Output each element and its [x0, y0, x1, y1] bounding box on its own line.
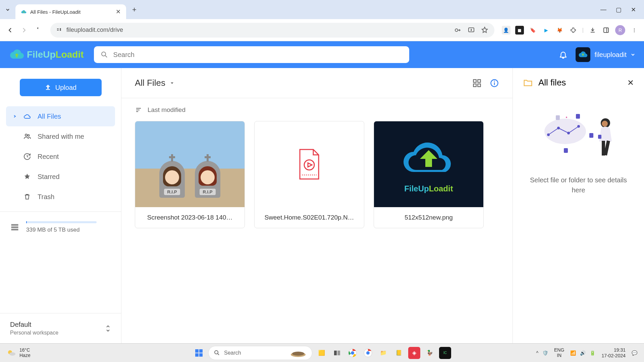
- user-name: fileuploadit: [594, 51, 627, 59]
- details-panel: All files ✕: [513, 68, 644, 343]
- tab-title: All Files - FileUpLoadit: [30, 9, 112, 15]
- user-menu[interactable]: fileuploadit: [576, 47, 635, 62]
- svg-rect-17: [474, 84, 476, 86]
- tray-security-icon[interactable]: 🛡️: [542, 350, 548, 356]
- explorer-icon[interactable]: 📁: [377, 347, 389, 359]
- extensions-menu-icon[interactable]: [569, 26, 578, 35]
- taskbar-search[interactable]: Search: [208, 346, 312, 360]
- svg-rect-0: [57, 28, 59, 29]
- storage-indicator[interactable]: 339 MB of 5 TB used: [0, 212, 121, 243]
- info-icon[interactable]: [490, 78, 499, 88]
- svg-point-2: [60, 28, 61, 29]
- svg-rect-47: [199, 353, 203, 357]
- install-app-icon[interactable]: [468, 26, 475, 34]
- volume-icon[interactable]: 🔊: [580, 350, 586, 356]
- notepad-icon[interactable]: 📒: [393, 347, 405, 359]
- bookmark-star-icon[interactable]: [481, 26, 488, 34]
- upload-button[interactable]: Upload: [20, 79, 102, 96]
- svg-point-31: [577, 125, 580, 128]
- svg-rect-15: [474, 79, 476, 82]
- search-icon: [101, 51, 108, 58]
- sidebar-item-trash[interactable]: Trash: [6, 187, 115, 207]
- cloud-upload-icon: [9, 47, 25, 63]
- notification-center-icon[interactable]: 💬: [632, 350, 637, 356]
- taskbar-app-icon[interactable]: 🟨: [316, 347, 328, 359]
- tray-chevron-icon[interactable]: ^: [536, 350, 538, 356]
- language-indicator[interactable]: ENGIN: [554, 348, 564, 358]
- grid-view-icon[interactable]: [472, 78, 482, 88]
- search-input[interactable]: [113, 51, 402, 59]
- battery-icon[interactable]: 🔋: [590, 350, 595, 356]
- wifi-icon[interactable]: 📶: [570, 350, 576, 356]
- extension-icon[interactable]: ◼: [515, 26, 524, 35]
- taskbar-app-icon[interactable]: 🦆: [424, 347, 436, 359]
- sidebar-item-shared[interactable]: Shared with me: [6, 126, 115, 146]
- maximize-icon[interactable]: ▢: [616, 6, 622, 13]
- extension-icon[interactable]: 🦊: [555, 26, 564, 35]
- weather-widget[interactable]: 16°C Haze: [7, 348, 31, 358]
- file-card[interactable]: FileUpLoadit 512x512new.png: [374, 121, 484, 228]
- url-text: fileuploadit.com/drive: [66, 26, 450, 34]
- svg-rect-12: [11, 224, 18, 226]
- file-name: Screenshot 2023-06-18 140…: [135, 207, 245, 228]
- minimize-icon[interactable]: —: [600, 6, 606, 13]
- clock[interactable]: 19:3117-02-2024: [601, 347, 626, 359]
- sort-icon: [135, 106, 142, 114]
- chevron-down-icon: [631, 52, 635, 57]
- extension-icon[interactable]: 🔖: [529, 26, 537, 35]
- browser-tab[interactable]: All Files - FileUpLoadit ✕: [15, 4, 126, 19]
- content-header: All Files: [121, 68, 513, 98]
- details-illustration: [523, 101, 634, 165]
- password-key-icon[interactable]: [454, 26, 462, 34]
- file-grid: R.I.P R.I.P Screenshot 2023-06-18 140…: [121, 119, 513, 230]
- profile-avatar[interactable]: R: [615, 25, 625, 35]
- side-panel-icon[interactable]: [602, 26, 610, 35]
- breadcrumb-label: All Files: [135, 78, 165, 88]
- svg-rect-52: [334, 351, 337, 355]
- tab-search-button[interactable]: [3, 5, 12, 14]
- forward-button[interactable]: [19, 25, 29, 35]
- svg-rect-33: [576, 114, 580, 119]
- file-thumbnail: R.I.P R.I.P: [135, 121, 245, 207]
- sidebar-item-recent[interactable]: Recent: [6, 146, 115, 167]
- chrome-icon[interactable]: [362, 347, 374, 359]
- back-button[interactable]: [5, 25, 15, 35]
- logo-text: FileUpLoadit: [27, 49, 84, 60]
- workspace-title: Default: [10, 321, 58, 328]
- tab-close-icon[interactable]: ✕: [116, 8, 121, 15]
- task-view-icon[interactable]: [331, 347, 343, 359]
- storage-progress: [26, 221, 97, 223]
- sidebar-item-all-files[interactable]: All Files: [6, 106, 115, 126]
- close-window-icon[interactable]: ✕: [631, 6, 636, 13]
- chevron-right-icon: [13, 115, 17, 118]
- taskbar-app-icon[interactable]: IC: [439, 347, 451, 359]
- search-box[interactable]: [94, 46, 409, 63]
- file-card[interactable]: R.I.P R.I.P Screenshot 2023-06-18 140…: [135, 121, 245, 228]
- close-panel-icon[interactable]: ✕: [627, 78, 634, 87]
- address-bar[interactable]: fileuploadit.com/drive: [50, 23, 494, 38]
- taskbar: 16°C Haze Search 🟨 📁 📒 ◈ 🦆 IC ^ 🛡️ ENGIN…: [0, 343, 644, 362]
- extension-icon[interactable]: 👤: [502, 26, 511, 35]
- tab-favicon-icon: [21, 9, 27, 15]
- chrome-icon[interactable]: [346, 347, 359, 359]
- app-logo[interactable]: FileUpLoadit: [9, 47, 84, 63]
- downloads-icon[interactable]: [588, 26, 597, 35]
- window-controls: — ▢ ✕: [600, 6, 641, 13]
- site-settings-icon[interactable]: [56, 27, 62, 33]
- start-button[interactable]: [193, 347, 205, 359]
- taskbar-app-icon[interactable]: ◈: [408, 347, 420, 359]
- svg-point-21: [494, 80, 495, 81]
- browser-menu-icon[interactable]: ⋮: [630, 26, 639, 35]
- sidebar: Upload All Files Shared with me Recent: [0, 68, 121, 343]
- new-tab-button[interactable]: +: [132, 5, 137, 14]
- sort-row[interactable]: Last modified: [121, 98, 513, 119]
- notifications-icon[interactable]: [559, 50, 568, 59]
- extension-icon[interactable]: ▶: [542, 26, 551, 35]
- sidebar-item-starred[interactable]: Starred: [6, 167, 115, 187]
- reload-button[interactable]: [34, 25, 43, 35]
- workspace-switcher[interactable]: Default Personal workspace: [0, 313, 121, 343]
- file-card[interactable]: Sweet.Home.S02E01.720p.N…: [254, 121, 364, 228]
- breadcrumb[interactable]: All Files: [135, 78, 175, 88]
- main-area: Upload All Files Shared with me Recent: [0, 68, 644, 343]
- content-area: All Files Last modified R.I.P: [121, 68, 644, 343]
